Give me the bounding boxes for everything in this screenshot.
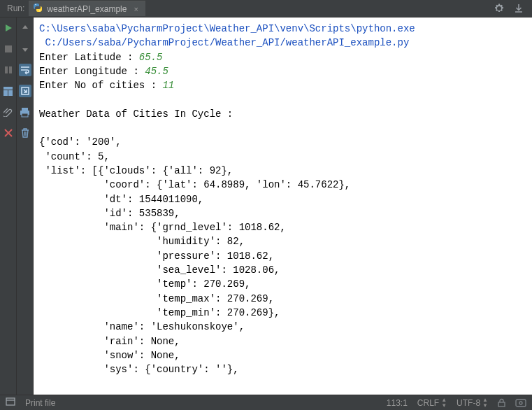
- arrow-up-icon[interactable]: [19, 22, 31, 34]
- line-separator[interactable]: CRLF▲▼: [417, 397, 447, 409]
- python-file-icon: [33, 3, 43, 15]
- output-line: 'dt': 1544011090,: [39, 194, 203, 205]
- file-encoding[interactable]: UTF-8▲▼: [456, 397, 488, 409]
- run-tool-header: Run: weatherAPI_example ×: [0, 0, 532, 17]
- output-line: 'temp_max': 270.269,: [39, 293, 274, 304]
- val-lat: 65.5: [139, 52, 163, 63]
- run-controls-gutter: [0, 17, 17, 395]
- svg-rect-6: [3, 90, 8, 96]
- tool-header-actions: [493, 2, 529, 15]
- svg-rect-11: [6, 398, 15, 405]
- output-line: 'temp': 270.269,: [39, 278, 250, 290]
- download-icon[interactable]: [512, 2, 525, 15]
- output-line: 'rain': None,: [39, 336, 180, 347]
- output-line: 'sys': {'country': ''},: [39, 364, 239, 375]
- val-cities: 11: [162, 80, 174, 91]
- prompt-cities: Enter No of cities :: [39, 80, 162, 91]
- output-line: 'pressure': 1018.62,: [39, 250, 274, 262]
- play-icon[interactable]: [2, 22, 15, 34]
- output-line: 'humidity': 82,: [39, 236, 245, 247]
- prompt-lon: Enter Longitude :: [39, 66, 145, 77]
- output-line: 'coord': {'lat': 64.8989, 'lon': 45.7622…: [39, 179, 350, 190]
- svg-rect-13: [516, 400, 526, 407]
- pause-icon[interactable]: [2, 64, 15, 76]
- output-line: 'main': {'grnd_level': 1018.62,: [39, 222, 286, 233]
- svg-rect-2: [5, 45, 12, 52]
- print-icon[interactable]: [19, 106, 31, 118]
- val-lon: 45.5: [145, 66, 168, 77]
- tab-label: weatherAPI_example: [47, 4, 127, 14]
- close-red-icon[interactable]: [2, 127, 15, 139]
- trash-icon[interactable]: [19, 127, 31, 139]
- arrow-down-icon[interactable]: [19, 43, 31, 55]
- output-line: 'sea_level': 1028.06,: [39, 264, 280, 276]
- run-tool-body: C:\Users\saba\PycharmProject\Weather_API…: [0, 17, 532, 395]
- output-line: {'cod': '200',: [39, 136, 122, 148]
- svg-rect-7: [8, 90, 13, 96]
- event-log-icon[interactable]: [6, 397, 15, 408]
- exe-path: C:\Users\saba\PycharmProject\Weather_API…: [39, 23, 415, 34]
- output-line: 'list': [{'clouds': {'all': 92},: [39, 165, 233, 176]
- output-line: 'count': 5,: [39, 151, 110, 162]
- svg-rect-10: [22, 113, 28, 117]
- layout-icon[interactable]: [2, 85, 15, 97]
- svg-rect-12: [498, 402, 505, 407]
- prompt-lat: Enter Latitude :: [39, 52, 139, 63]
- svg-point-0: [36, 4, 36, 5]
- attach-icon[interactable]: [2, 106, 15, 118]
- svg-rect-3: [5, 66, 8, 73]
- run-config-tab[interactable]: weatherAPI_example ×: [29, 1, 145, 16]
- stop-icon[interactable]: [2, 43, 15, 55]
- svg-rect-4: [9, 66, 12, 73]
- output-line: 'id': 535839,: [39, 208, 180, 219]
- svg-rect-8: [22, 108, 28, 111]
- output-line: 'temp_min': 270.269},: [39, 307, 280, 318]
- svg-point-14: [519, 402, 522, 404]
- status-bar: Print file 113:1 CRLF▲▼ UTF-8▲▼: [0, 395, 532, 410]
- output-header: Weather Data of Cities In Cycle :: [39, 108, 233, 120]
- console-actions-gutter: [17, 17, 34, 395]
- status-hint: Print file: [25, 398, 55, 408]
- console-output[interactable]: C:\Users\saba\PycharmProject\Weather_API…: [34, 17, 532, 395]
- scroll-to-end-icon[interactable]: [19, 85, 31, 97]
- run-label: Run:: [3, 3, 29, 13]
- svg-point-1: [40, 10, 41, 11]
- svg-rect-5: [3, 87, 13, 90]
- gear-icon[interactable]: [493, 2, 505, 15]
- close-icon[interactable]: ×: [134, 5, 138, 13]
- output-line: 'name': 'Leshukonskoye',: [39, 321, 245, 332]
- soft-wrap-icon[interactable]: [19, 64, 31, 76]
- caret-position[interactable]: 113:1: [387, 398, 408, 408]
- script-path: C:/Users/saba/PycharmProject/Weather_API…: [39, 37, 409, 48]
- output-line: 'snow': None,: [39, 350, 180, 361]
- lock-icon[interactable]: [498, 398, 505, 407]
- inspector-icon[interactable]: [515, 399, 526, 407]
